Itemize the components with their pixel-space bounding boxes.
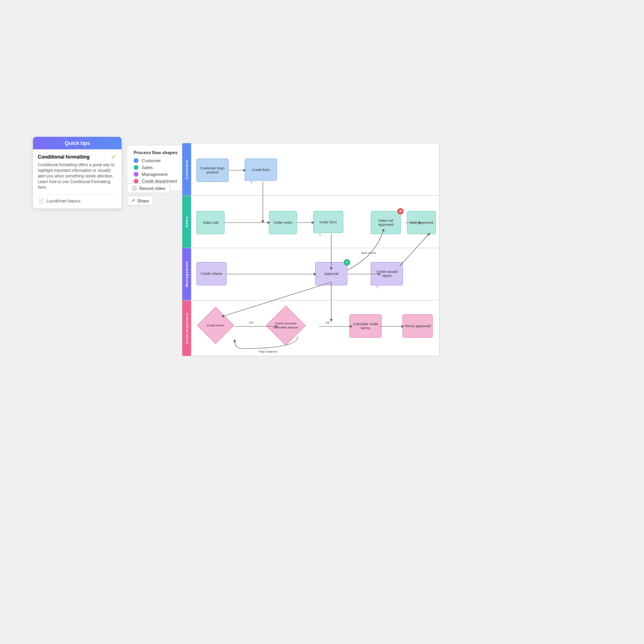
sale-approved-shape[interactable]: Sale approved (407, 211, 436, 234)
credit-criteria-shape[interactable]: Credit criteria (196, 262, 227, 285)
quick-tips-body: Conditional formatting 🪄 Conditional for… (33, 149, 122, 208)
svg-text:Bad credit: Bad credit (361, 251, 376, 255)
sales-label: Sales (142, 165, 153, 170)
flowchart-container: Bad credit OK OK High balance Customer C… (182, 143, 440, 356)
order-form-shape[interactable]: Order form (313, 211, 343, 233)
lane-sales-label: Sales (182, 196, 191, 248)
svg-line-21 (223, 282, 331, 316)
svg-text:OK: OK (249, 321, 254, 324)
customer-buys-product-shape[interactable]: Customer buys product (196, 159, 229, 182)
terms-approved-shape[interactable]: Terms approved (402, 314, 433, 338)
check-icon: ✓ (344, 259, 350, 266)
legend-item-customer: Customer (134, 158, 178, 163)
action-buttons: ⬜ Record video ↗ Share (127, 183, 170, 208)
sales-dot (134, 165, 138, 170)
sales-not-approved-shape[interactable]: Sales not approved ✕ (371, 211, 401, 234)
conditional-formatting-text: Conditional formatting offers a great wa… (38, 162, 117, 190)
order-entry-shape[interactable]: Order entry (269, 211, 297, 234)
legend-item-sales: Sales (134, 165, 178, 170)
sales-call-shape[interactable]: Sales call (196, 211, 225, 234)
calculate-credit-terms-shape[interactable]: Calculate credit terms (349, 314, 382, 338)
credit-issued-report-shape[interactable]: Credit issued report (371, 262, 403, 285)
conditional-formatting-title: Conditional formatting 🪄 (38, 154, 117, 160)
legend-title: Process flow shapes (134, 150, 178, 155)
quick-tips-title: Quick tips (65, 140, 90, 146)
wand-icon: 🪄 (111, 154, 117, 160)
lucidchart-basics-button[interactable]: 📄 Lucidchart basics (38, 194, 117, 204)
quick-tips-header: Quick tips (33, 137, 122, 149)
share-button[interactable]: ↗ Share (127, 196, 153, 206)
share-icon: ↗ (131, 198, 135, 203)
management-dot (134, 172, 138, 177)
management-label: Management (142, 172, 167, 177)
svg-text:OK: OK (325, 321, 330, 324)
lane-credit-label: Credit department (182, 300, 191, 356)
approval-shape[interactable]: Approval ✓ (315, 262, 347, 285)
svg-text:High balance: High balance (259, 350, 278, 353)
lane-management-label: Management (182, 248, 191, 300)
credit-check-shape[interactable]: Credit check (197, 307, 234, 344)
error-icon: ✕ (397, 208, 404, 215)
svg-line-14 (400, 234, 429, 266)
customer-dot (134, 158, 138, 163)
check-accounts-shape[interactable]: Check accounts receivable balance (266, 306, 306, 346)
video-icon: ⬜ (131, 186, 137, 191)
lane-customer-label: Customer (182, 143, 191, 196)
credit-form-shape[interactable]: Credit form (245, 159, 277, 181)
quick-tips-panel: Quick tips Conditional formatting 🪄 Cond… (33, 137, 122, 208)
customer-label: Customer (142, 158, 161, 163)
book-icon: 📄 (38, 198, 44, 204)
record-video-button[interactable]: ⬜ Record video (127, 183, 170, 193)
legend-item-management: Management (134, 172, 178, 177)
